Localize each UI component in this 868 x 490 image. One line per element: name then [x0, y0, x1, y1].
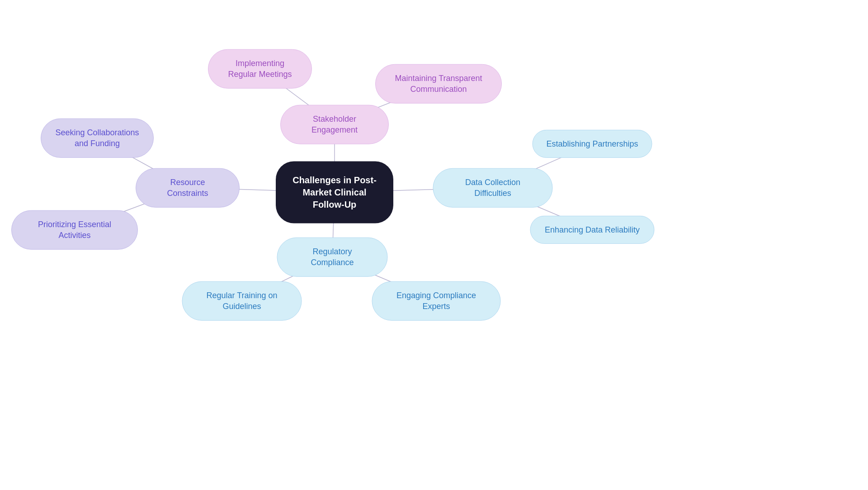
- node-prioritizing: Prioritizing Essential Activities: [11, 210, 138, 250]
- node-datacollection: Data Collection Difficulties: [433, 168, 553, 208]
- node-engaging: Engaging Compliance Experts: [372, 281, 501, 321]
- node-stakeholder: Stakeholder Engagement: [280, 105, 389, 144]
- node-center: Challenges in Post-Market Clinical Follo…: [276, 162, 393, 224]
- node-establishing: Establishing Partnerships: [533, 130, 652, 158]
- node-enhancing: Enhancing Data Reliability: [530, 216, 655, 244]
- node-training: Regular Training on Guidelines: [182, 281, 302, 321]
- node-seeking: Seeking Collaborations and Funding: [41, 119, 154, 158]
- node-resource: Resource Constraints: [136, 168, 240, 208]
- node-regulatory: Regulatory Compliance: [277, 238, 388, 277]
- node-implementing: Implementing Regular Meetings: [208, 49, 312, 89]
- mindmap-container: Challenges in Post-Market Clinical Follo…: [0, 0, 868, 490]
- node-maintaining: Maintaining Transparent Communication: [375, 64, 502, 104]
